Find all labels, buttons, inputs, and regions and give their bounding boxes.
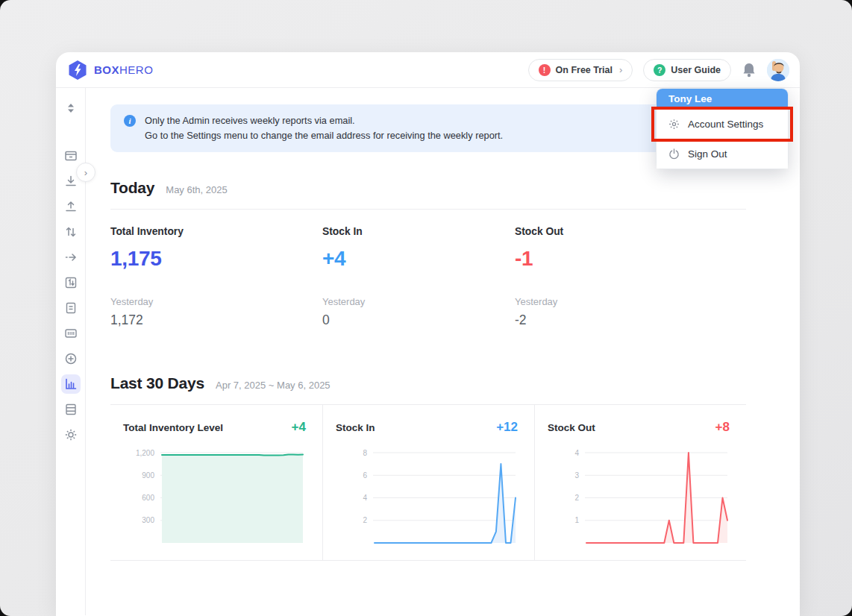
svg-text:600: 600 (142, 494, 154, 502)
notification-bell-icon[interactable] (742, 62, 757, 78)
stat-value: -1 (515, 247, 746, 271)
stat-stock-out: Stock Out -1 Yesterday -2 (515, 226, 746, 328)
chart-title: Stock Out (548, 422, 595, 433)
svg-text:300: 300 (142, 516, 154, 524)
banner-line1: Only the Admin receives weekly reports v… (145, 113, 503, 128)
stat-label: Stock Out (515, 226, 746, 237)
stat-value: +4 (322, 247, 515, 271)
sidebar-expand-button[interactable]: › (76, 163, 95, 182)
menu-item-account-settings[interactable]: Account Settings (657, 109, 788, 139)
sidebar-item-stock-out-icon[interactable] (61, 197, 81, 216)
area-chart: 8642 (336, 444, 519, 548)
area-chart: 4321 (548, 444, 730, 548)
menu-item-sign-out[interactable]: Sign Out (657, 139, 788, 169)
yesterday-label: Yesterday (515, 296, 746, 307)
svg-text:1: 1 (574, 516, 579, 524)
chart-stock-out: Stock Out +8 4321 (534, 405, 746, 560)
yesterday-label: Yesterday (322, 296, 515, 307)
boxhero-app-window: BOXHERO ! On Free Trial › ? User Guide (56, 52, 800, 616)
area-chart: 1,200900600300 (123, 444, 306, 548)
svg-text:4: 4 (363, 494, 367, 502)
chart-delta: +12 (496, 420, 518, 435)
chart-stock-in: Stock In +12 8642 (322, 405, 534, 560)
trial-label: On Free Trial (556, 65, 613, 75)
stat-stock-in: Stock In +4 Yesterday 0 (322, 226, 515, 328)
sidebar: › (56, 88, 86, 615)
chart-title: Total Inventory Level (123, 422, 223, 433)
sidebar-item-data-icon[interactable] (61, 400, 81, 419)
stat-label: Total Inventory (110, 226, 322, 237)
sidebar-item-settings-icon[interactable] (61, 425, 81, 444)
divider (110, 209, 746, 210)
sidebar-item-purchase-icon[interactable] (61, 349, 81, 368)
menu-item-label: Sign Out (688, 148, 727, 160)
chevron-right-icon: › (84, 167, 87, 178)
dropdown-user-name: Tony Lee (657, 89, 788, 109)
gear-icon (668, 119, 680, 130)
banner-line2: Go to the Settings menu to change the em… (145, 128, 503, 143)
avatar-memoji-icon (767, 59, 789, 81)
app-header: BOXHERO ! On Free Trial › ? User Guide (56, 52, 800, 88)
svg-text:2: 2 (363, 516, 367, 524)
chevron-right-icon: › (619, 64, 622, 75)
desktop-background: BOXHERO ! On Free Trial › ? User Guide (0, 0, 852, 616)
question-icon: ? (654, 64, 665, 76)
today-title: Today (110, 179, 154, 197)
boxhero-hexagon-icon (68, 60, 87, 81)
sidebar-item-analytics-icon[interactable] (61, 374, 81, 394)
sidebar-item-adjust-icon[interactable] (61, 222, 81, 242)
sidebar-item-barcode-icon[interactable] (61, 324, 81, 343)
today-stats: Total Inventory 1,175 Yesterday 1,172 St… (110, 226, 746, 328)
last30-range: Apr 7, 2025 ~ May 6, 2025 (216, 380, 331, 391)
sidebar-item-items-box-icon[interactable] (61, 146, 81, 166)
menu-item-label: Account Settings (688, 119, 763, 130)
svg-text:4: 4 (574, 448, 579, 456)
last30-title: Last 30 Days (110, 374, 204, 392)
chart-title: Stock In (336, 422, 375, 433)
last30-charts: Total Inventory Level +4 1,200900600300 … (110, 404, 746, 561)
sidebar-item-transactions-icon[interactable] (61, 298, 81, 318)
yesterday-value: 1,172 (110, 312, 322, 328)
sidebar-item-move-icon[interactable] (61, 248, 81, 267)
stat-label: Stock In (322, 226, 515, 237)
chart-delta: +8 (715, 420, 730, 435)
today-date: May 6th, 2025 (166, 184, 227, 195)
user-avatar[interactable] (767, 59, 789, 81)
user-guide-label: User Guide (671, 65, 721, 75)
trial-alert-icon: ! (539, 64, 551, 76)
svg-text:1,200: 1,200 (136, 448, 154, 456)
sidebar-item-inventory-count-icon[interactable] (61, 273, 81, 292)
yesterday-label: Yesterday (110, 296, 322, 307)
yesterday-value: -2 (515, 312, 746, 328)
svg-text:2: 2 (574, 494, 579, 502)
chart-delta: +4 (292, 420, 306, 435)
user-guide-button[interactable]: ? User Guide (643, 59, 731, 81)
free-trial-button[interactable]: ! On Free Trial › (528, 59, 633, 81)
svg-text:3: 3 (574, 471, 579, 479)
boxhero-logo[interactable]: BOXHERO (68, 60, 153, 81)
power-icon (668, 148, 680, 160)
info-icon: i (124, 115, 136, 127)
stat-value: 1,175 (110, 247, 322, 271)
workspace-selector-icon[interactable] (61, 98, 81, 118)
svg-text:8: 8 (363, 448, 367, 456)
stat-total-inventory: Total Inventory 1,175 Yesterday 1,172 (110, 226, 322, 328)
svg-text:900: 900 (142, 471, 154, 479)
user-dropdown-menu: Tony Lee Account Settings Sign (656, 88, 789, 169)
chart-total-inventory-level: Total Inventory Level +4 1,200900600300 (110, 405, 322, 560)
yesterday-value: 0 (322, 312, 515, 328)
svg-text:6: 6 (363, 471, 367, 479)
info-banner: i Only the Admin receives weekly reports… (110, 104, 746, 152)
brand-name: BOXHERO (94, 63, 153, 76)
